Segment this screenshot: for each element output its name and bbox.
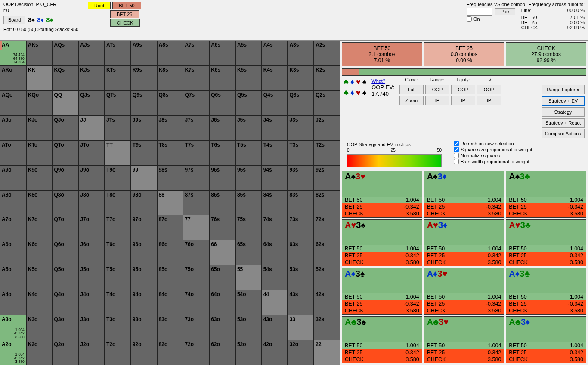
hand-cell-A9o[interactable]: A9o [0, 165, 26, 190]
hand-cell-J6o[interactable]: J6o [78, 240, 105, 265]
hand-cell-KTs[interactable]: KTs [105, 66, 131, 90]
hand-cell-Q7o[interactable]: Q7o [53, 215, 79, 240]
hand-cell-74s[interactable]: 74s [262, 215, 288, 240]
hand-cell-J7s[interactable]: J7s [183, 115, 209, 140]
hand-cell-83o[interactable]: 83o [157, 315, 183, 340]
check-1[interactable] [454, 147, 459, 152]
hand-cell-T3s[interactable]: T3s [288, 140, 314, 165]
suit-c-top[interactable]: ♣ [344, 78, 349, 87]
hand-cell-JJ[interactable]: JJ [78, 115, 105, 140]
hand-cell-Q5s[interactable]: Q5s [235, 90, 262, 115]
hand-cell-32o[interactable]: 32o [288, 340, 314, 365]
hand-cell-54o[interactable]: 54o [235, 290, 262, 315]
combo-box[interactable]: A♠3♣BET 501.004BET 25-0.342CHECK3.580 [506, 171, 586, 218]
hand-cell-J3s[interactable]: J3s [288, 115, 314, 140]
hand-cell-KTo[interactable]: KTo [26, 140, 53, 165]
hand-cell-22[interactable]: 22 [314, 340, 340, 365]
what-link[interactable]: What? [371, 78, 385, 84]
hand-cell-ATs[interactable]: ATs [105, 41, 131, 66]
board-button[interactable]: Board [3, 16, 25, 24]
tree-root[interactable]: Root [88, 2, 111, 9]
hand-cell-93s[interactable]: 93s [288, 165, 314, 190]
hand-cell-QQ[interactable]: QQ [53, 90, 79, 115]
hand-cell-Q2o[interactable]: Q2o [53, 340, 79, 365]
combo-box[interactable]: A♠3♥BET 501.004BET 25-0.342CHECK3.580 [342, 171, 422, 218]
hand-cell-K2s[interactable]: K2s [314, 66, 340, 90]
combo-box[interactable]: A♥3♦BET 501.004BET 25-0.342CHECK3.580 [424, 219, 504, 266]
hand-cell-QTo[interactable]: QTo [53, 140, 79, 165]
hand-cell-64s[interactable]: 64s [262, 240, 288, 265]
strategy-btn-2[interactable]: Strategy [542, 107, 585, 117]
hand-cell-52s[interactable]: 52s [314, 265, 340, 290]
check-0[interactable] [454, 141, 459, 146]
hand-cell-K7o[interactable]: K7o [26, 215, 53, 240]
hand-cell-63o[interactable]: 63o [209, 315, 235, 340]
hand-cell-53s[interactable]: 53s [288, 265, 314, 290]
hand-cell-K3s[interactable]: K3s [288, 66, 314, 90]
hand-cell-J6s[interactable]: J6s [209, 115, 235, 140]
hand-cell-85s[interactable]: 85s [235, 190, 262, 215]
check-2[interactable] [454, 153, 459, 158]
hand-cell-63s[interactable]: 63s [288, 240, 314, 265]
combo-box[interactable]: A♣3♠BET 501.004BET 25-0.342CHECK3.580 [342, 316, 422, 363]
hand-cell-74o[interactable]: 74o [183, 290, 209, 315]
hand-cell-Q6s[interactable]: Q6s [209, 90, 235, 115]
hand-cell-T8o[interactable]: T8o [105, 190, 131, 215]
hand-cell-T3o[interactable]: T3o [105, 315, 131, 340]
hand-cell-K3o[interactable]: K3o [26, 315, 53, 340]
combo-box[interactable]: A♥3♣BET 501.004BET 25-0.342CHECK3.580 [506, 219, 586, 266]
hand-cell-K4o[interactable]: K4o [26, 290, 53, 315]
hand-cell-32s[interactable]: 32s [314, 315, 340, 340]
hand-cell-87o[interactable]: 87o [157, 215, 183, 240]
hand-cell-A4o[interactable]: A4o [0, 290, 26, 315]
hand-cell-AQs[interactable]: AQs [53, 41, 79, 66]
action-box-check[interactable]: CHECK27.9 combos92.99 % [506, 42, 586, 66]
hand-cell-95s[interactable]: 95s [235, 165, 262, 190]
ctl-btn[interactable]: OOP [451, 85, 475, 94]
hand-cell-K5s[interactable]: K5s [235, 66, 262, 90]
hand-cell-T2s[interactable]: T2s [314, 140, 340, 165]
hand-cell-K4s[interactable]: K4s [262, 66, 288, 90]
hand-cell-AQo[interactable]: AQo [0, 90, 26, 115]
hand-cell-K9o[interactable]: K9o [26, 165, 53, 190]
hand-cell-Q9o[interactable]: Q9o [53, 165, 79, 190]
hand-cell-T8s[interactable]: T8s [157, 140, 183, 165]
hand-cell-QJs[interactable]: QJs [78, 90, 105, 115]
hand-cell-A3o[interactable]: A3o1.004-0.3423.580 [0, 315, 26, 340]
hand-cell-96o[interactable]: 96o [131, 240, 157, 265]
hand-cell-J3o[interactable]: J3o [78, 315, 105, 340]
hand-cell-KJo[interactable]: KJo [26, 115, 53, 140]
hand-cell-J5o[interactable]: J5o [78, 265, 105, 290]
combo-box[interactable]: A♠3♦BET 501.004BET 25-0.342CHECK3.580 [424, 171, 504, 218]
hand-cell-72s[interactable]: 72s [314, 215, 340, 240]
hand-cell-J8s[interactable]: J8s [157, 115, 183, 140]
hand-cell-T9s[interactable]: T9s [131, 140, 157, 165]
hand-cell-A8s[interactable]: A8s [157, 41, 183, 66]
hand-cell-A7s[interactable]: A7s [183, 41, 209, 66]
hand-cell-K8o[interactable]: K8o [26, 190, 53, 215]
hand-cell-A2o[interactable]: A2o1.004-0.3423.580 [0, 340, 26, 365]
pick-button[interactable]: Pick [495, 8, 515, 15]
hand-cell-A9s[interactable]: A9s [131, 41, 157, 66]
ctl-btn[interactable]: OOP [477, 85, 501, 94]
tree-check[interactable]: CHECK [110, 19, 140, 27]
hand-cell-62s[interactable]: 62s [314, 240, 340, 265]
hand-cell-77[interactable]: 77 [183, 215, 209, 240]
hand-cell-96s[interactable]: 96s [209, 165, 235, 190]
hand-cell-97o[interactable]: 97o [131, 215, 157, 240]
hand-cell-75s[interactable]: 75s [235, 215, 262, 240]
hand-cell-72o[interactable]: 72o [183, 340, 209, 365]
hand-cell-84o[interactable]: 84o [157, 290, 183, 315]
hand-cell-82s[interactable]: 82s [314, 190, 340, 215]
hand-cell-Q2s[interactable]: Q2s [314, 90, 340, 115]
hand-cell-K7s[interactable]: K7s [183, 66, 209, 90]
hand-cell-86o[interactable]: 86o [157, 240, 183, 265]
hand-cell-J4o[interactable]: J4o [78, 290, 105, 315]
hand-cell-K5o[interactable]: K5o [26, 265, 53, 290]
hand-cell-A7o[interactable]: A7o [0, 215, 26, 240]
check-3[interactable] [454, 159, 459, 164]
hand-cell-53o[interactable]: 53o [235, 315, 262, 340]
hand-cell-KQs[interactable]: KQs [53, 66, 79, 90]
suit-c-bot[interactable]: ♣ [344, 88, 349, 97]
hand-cell-98s[interactable]: 98s [157, 165, 183, 190]
